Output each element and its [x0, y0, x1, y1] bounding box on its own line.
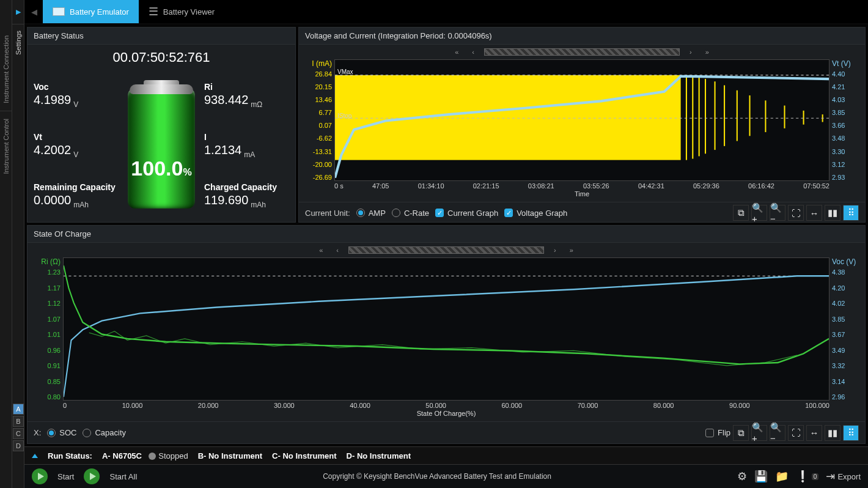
battery-graphic: 100.0% [119, 70, 204, 221]
zoom-out-icon[interactable]: 🔍− [770, 205, 785, 221]
radio-soc[interactable]: SOC [47, 428, 76, 437]
notification-icon[interactable]: ❕0 [796, 470, 819, 483]
scrub-prev[interactable]: ‹ [468, 48, 478, 56]
soc-plot[interactable]: VMax [63, 257, 829, 401]
current-unit-label: Current Unit: [305, 209, 350, 218]
view-tab-a[interactable]: A [13, 404, 24, 415]
zoom-in-icon[interactable]: 🔍+ [751, 205, 767, 221]
export-button[interactable]: ⇥ Export [826, 470, 861, 483]
bottom-bar: Start Start All Copyright © Keysight Ben… [24, 465, 868, 488]
run-status-bar: Run Status: A- N6705C Stopped B- No Inst… [24, 446, 868, 465]
zoom-in-icon[interactable]: 🔍+ [751, 425, 767, 441]
soc-scrub: « ‹ › » [28, 243, 865, 257]
status-dot-icon [149, 453, 156, 460]
axis-left-ri: Ri (Ω) 1.231.171.121.071.010.960.910.850… [32, 257, 63, 401]
start-all-button[interactable] [84, 468, 100, 484]
view-tab-b[interactable]: B [13, 416, 24, 427]
rail-instrument-connection[interactable]: Instrument Connection [2, 31, 10, 108]
scrub-next[interactable]: › [550, 246, 560, 254]
panel-title: Voltage and Current (Integration Period:… [299, 28, 865, 45]
zoom-region-icon[interactable]: ⧉ [733, 425, 749, 441]
fit-all-icon[interactable]: ⛶ [788, 205, 804, 221]
inst-b: B- No Instrument [198, 451, 262, 460]
cursor-icon[interactable]: ⠿ [843, 205, 859, 221]
check-current-graph[interactable]: Current Graph [435, 209, 498, 218]
scrub-first[interactable]: « [315, 246, 326, 254]
panel-voltage-current: Voltage and Current (Integration Period:… [298, 27, 866, 223]
x-axis-label: X: [34, 428, 41, 437]
fit-x-icon[interactable]: ↔ [806, 425, 822, 441]
inst-a-name: A- N6705C [102, 451, 142, 460]
start-all-label: Start All [109, 472, 137, 481]
left-rail: Instrument Connection Instrument Control [0, 0, 12, 488]
scrub-last[interactable]: » [702, 48, 713, 56]
panel-title: Battery Status [28, 28, 295, 45]
tab-battery-emulator[interactable]: Battery Emulator [43, 0, 139, 23]
start-button[interactable] [32, 468, 48, 484]
fit-all-icon[interactable]: ⛶ [788, 425, 804, 441]
tabs-scroll-left[interactable]: ◀ [26, 0, 43, 23]
timeline-scrub: « ‹ › » [299, 45, 865, 59]
scrub-next[interactable]: › [686, 48, 696, 56]
panel-title: State Of Charge [28, 226, 865, 243]
i-value: 1.2134mA [204, 143, 289, 159]
expand-icon[interactable] [32, 454, 38, 458]
remaining-value: 0.0000mAh [34, 193, 119, 209]
scrub-track[interactable] [348, 246, 544, 254]
save-icon[interactable]: 💾 [754, 470, 768, 483]
ri-value: 938.442mΩ [204, 93, 289, 109]
tab-battery-viewer[interactable]: ☰ Battery Viewer [139, 0, 224, 23]
fit-x-icon[interactable]: ↔ [806, 205, 822, 221]
open-folder-icon[interactable]: 📁 [775, 470, 789, 483]
voc-value: 4.1989V [34, 93, 119, 109]
inst-c: C- No Instrument [272, 451, 336, 460]
view-tabs: A B C D [12, 404, 24, 451]
vc-x-axis: 0 s47:0501:34:1002:21:1503:08:2103:55:26… [299, 181, 865, 202]
scrub-track[interactable] [484, 48, 680, 56]
zoom-out-icon[interactable]: 🔍− [770, 425, 785, 441]
radio-crate[interactable]: C-Rate [392, 209, 429, 218]
axis-right-voc: Voc (V) 4.384.204.023.853.673.493.323.14… [829, 257, 860, 401]
copyright-text: Copyright © Keysight BenchVue Advanced B… [147, 472, 727, 481]
second-rail: ▶ Settings A B C D [12, 0, 24, 488]
tab-label: Battery Viewer [163, 7, 215, 17]
settings-gear-icon[interactable]: ⚙ [737, 470, 747, 483]
axis-right-voltage: Vt (V) 4.404.214.033.853.663.483.303.122… [829, 59, 860, 181]
settings-expander[interactable]: ▶ [12, 0, 24, 24]
scrub-prev[interactable]: ‹ [333, 246, 342, 254]
charged-label: Charged Capacity [204, 182, 289, 192]
scrub-last[interactable]: » [566, 246, 577, 254]
start-label: Start [57, 472, 74, 481]
rail-instrument-control[interactable]: Instrument Control [2, 114, 10, 179]
marker-icon[interactable]: ▮▮ [825, 425, 840, 441]
elapsed-time: 00.07:50:52:761 [34, 50, 289, 65]
scrub-first[interactable]: « [451, 48, 462, 56]
marker-icon[interactable]: ▮▮ [825, 205, 840, 221]
check-flip[interactable]: Flip [705, 425, 730, 441]
vmax-annotation: VMax [337, 68, 353, 75]
check-voltage-graph[interactable]: Voltage Graph [504, 209, 567, 218]
top-tabs: ◀ Battery Emulator ☰ Battery Viewer [24, 0, 868, 24]
view-tab-c[interactable]: C [13, 428, 24, 439]
radio-amp[interactable]: AMP [356, 209, 386, 218]
tab-label: Battery Emulator [70, 7, 129, 17]
charged-value: 119.690mAh [204, 193, 289, 209]
soc-toolbar: X: SOC Capacity Flip ⧉ 🔍+ 🔍− ⛶ ↔ ▮▮ ⠿ [28, 421, 865, 443]
istop-annotation: IStop [337, 113, 351, 119]
cursor-icon[interactable]: ⠿ [843, 425, 859, 441]
inst-a-state: Stopped [158, 451, 188, 460]
view-tab-d[interactable]: D [13, 440, 24, 451]
soc-x-axis: 010.00020.00030.00040.00050.00060.00070.… [28, 401, 865, 421]
run-status-label: Run Status: [48, 451, 92, 460]
vc-toolbar: Current Unit: AMP C-Rate Current Graph V… [299, 202, 865, 223]
radio-capacity[interactable]: Capacity [83, 428, 126, 437]
rail-settings[interactable]: Settings [15, 31, 22, 55]
zoom-region-icon[interactable]: ⧉ [733, 205, 749, 221]
remaining-label: Remaining Capacity [34, 182, 119, 192]
inst-d: D- No Instrument [347, 451, 411, 460]
database-icon: ☰ [149, 5, 158, 18]
axis-left-current: I (mA) 26.8420.1513.466.770.07-6.62-13.3… [304, 59, 334, 181]
vc-plot[interactable]: VMax IStop [334, 59, 829, 181]
ri-label: Ri [204, 82, 289, 92]
vt-value: 4.2002V [34, 143, 119, 159]
